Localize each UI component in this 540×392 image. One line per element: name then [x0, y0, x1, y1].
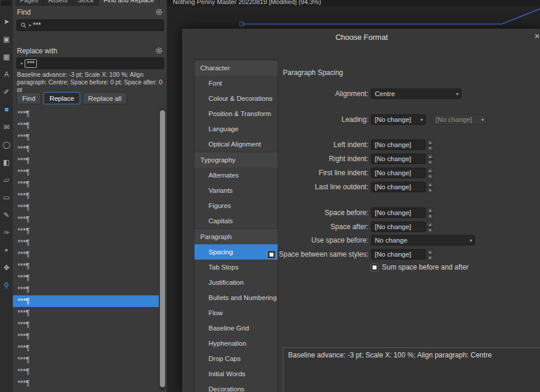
table-tool-icon[interactable]: ▦ — [1, 49, 12, 64]
format-category-item[interactable]: Language — [194, 121, 278, 137]
result-row[interactable]: ***¶ — [13, 190, 159, 202]
find-input[interactable]: ▾ *** — [16, 19, 164, 31]
result-row[interactable]: ***¶ — [13, 377, 159, 389]
replace-options-gear-icon[interactable] — [155, 46, 163, 54]
result-row[interactable]: ***¶ — [13, 120, 159, 131]
format-category-item[interactable]: Decorations — [194, 381, 278, 392]
format-category-item[interactable]: Paragraph — [194, 229, 278, 244]
result-row[interactable]: ***¶ — [13, 248, 159, 260]
format-category-item[interactable]: Spacing — [194, 244, 278, 260]
close-icon[interactable]: ✕ — [534, 32, 540, 40]
active-tool-slot[interactable] — [1, 1, 12, 6]
format-category-item[interactable]: Flow — [194, 305, 278, 321]
stepper-up-icon[interactable]: ▴ — [427, 154, 433, 159]
crop-tool-icon[interactable]: ▭ — [1, 190, 12, 205]
result-row[interactable]: ***¶ — [13, 225, 159, 237]
format-category-item[interactable]: Baseline Grid — [194, 321, 278, 336]
sum-space-checkbox[interactable] — [371, 264, 378, 271]
use-space-before-select[interactable]: No change ▾ — [371, 235, 475, 246]
panel-tab[interactable]: Assets — [43, 0, 73, 6]
colour-swatch-icon[interactable]: ■ — [1, 102, 12, 117]
format-category-item[interactable]: Capitals — [194, 213, 278, 229]
stepper-down-icon[interactable]: ▾ — [427, 227, 433, 233]
space-before-stepper[interactable]: ▴ ▾ — [427, 207, 433, 218]
artistic-text-tool-icon[interactable]: A — [1, 67, 12, 82]
ellipse-tool-icon[interactable]: ◯ — [1, 137, 12, 152]
last-line-outdent-stepper[interactable]: ▴ ▾ — [427, 182, 433, 192]
stepper-down-icon[interactable]: ▾ — [427, 213, 433, 219]
result-row[interactable]: ***¶ — [13, 354, 159, 366]
space-between-same-styles-checkbox[interactable] — [268, 251, 275, 258]
result-row[interactable]: ***¶ — [13, 155, 159, 166]
results-scrollbar[interactable] — [159, 108, 166, 390]
space-after-input[interactable]: [No change] — [371, 221, 426, 232]
result-row[interactable]: ***¶ — [13, 178, 159, 190]
gradient-tool-icon[interactable]: ◧ — [1, 155, 12, 170]
result-row[interactable]: ***¶ — [13, 260, 159, 272]
find-options-gear-icon[interactable] — [155, 8, 163, 15]
space-before-input[interactable]: [No change] — [371, 207, 426, 218]
stepper-up-icon[interactable]: ▴ — [427, 221, 433, 227]
format-category-item[interactable]: Justification — [194, 275, 278, 290]
format-category-item[interactable]: Initial Words — [194, 366, 278, 381]
vector-brush-tool-icon[interactable]: ✐ — [1, 84, 12, 100]
last-line-outdent-input[interactable]: [No change] — [371, 182, 426, 192]
alignment-select[interactable]: Centre ▾ — [371, 88, 462, 99]
result-row[interactable]: ***¶ — [13, 295, 159, 307]
replace-button[interactable]: Replace — [43, 92, 80, 104]
format-category-item[interactable]: Character — [194, 60, 278, 76]
panel-tab[interactable]: Pages — [15, 0, 43, 6]
shape-tool-icon[interactable]: ▱ — [1, 172, 12, 188]
result-row[interactable]: ***¶ — [13, 389, 159, 392]
result-row[interactable]: ***¶ — [13, 131, 159, 143]
result-row[interactable]: ***¶ — [13, 366, 159, 377]
hand-tool-icon[interactable]: ✥ — [1, 260, 12, 275]
format-category-item[interactable]: Variants — [194, 183, 278, 198]
right-indent-stepper[interactable]: ▴ ▾ — [427, 154, 433, 164]
format-category-item[interactable]: Bullets and Numbering — [194, 290, 278, 305]
envelope-tool-icon[interactable]: ✉ — [1, 120, 12, 135]
frame-text-tool-icon[interactable]: ▣ — [1, 32, 12, 47]
replace-all-button[interactable]: Replace all — [83, 92, 128, 104]
result-row[interactable]: ***¶ — [13, 342, 159, 354]
find-button[interactable]: Find — [16, 92, 41, 104]
right-indent-input[interactable]: [No change] — [371, 154, 426, 164]
result-row[interactable]: ***¶ — [13, 319, 159, 330]
pencil-tool-icon[interactable]: ✑ — [1, 225, 12, 240]
space-after-stepper[interactable]: ▴ ▾ — [427, 221, 433, 232]
format-category-item[interactable]: Figures — [194, 198, 278, 213]
result-row[interactable]: ***¶ — [13, 272, 159, 284]
stepper-down-icon[interactable]: ▾ — [427, 188, 433, 193]
result-row[interactable]: ***¶ — [13, 166, 159, 178]
space-between-same-styles-stepper[interactable]: ▴ ▾ — [427, 249, 433, 260]
stepper-up-icon[interactable]: ▴ — [427, 182, 433, 188]
node-tool-icon[interactable]: ⌖ — [1, 243, 12, 258]
stepper-down-icon[interactable]: ▾ — [427, 145, 433, 151]
result-row[interactable]: ***¶ — [13, 307, 159, 319]
format-category-item[interactable]: Colour & Decorations — [194, 91, 278, 106]
stepper-up-icon[interactable]: ▴ — [427, 168, 433, 173]
result-row[interactable]: ***¶ — [13, 143, 159, 155]
pen-tool-icon[interactable]: ✎ — [1, 207, 12, 223]
result-row[interactable]: ***¶ — [13, 108, 159, 120]
stepper-up-icon[interactable]: ▴ — [427, 139, 433, 145]
stepper-down-icon[interactable]: ▾ — [427, 159, 433, 165]
format-category-item[interactable]: Font — [194, 76, 278, 91]
panel-tab[interactable]: Find and Replace — [99, 0, 159, 6]
panel-tab[interactable]: Stock — [73, 0, 99, 6]
result-row[interactable]: ***¶ — [13, 330, 159, 342]
format-category-item[interactable]: Position & Transform — [194, 106, 278, 121]
stepper-up-icon[interactable]: ▴ — [427, 207, 433, 213]
stepper-up-icon[interactable]: ▴ — [427, 249, 433, 255]
result-row[interactable]: ***¶ — [13, 284, 159, 295]
left-indent-stepper[interactable]: ▴ ▾ — [427, 139, 433, 150]
format-category-item[interactable]: Tab Stops — [194, 260, 278, 275]
chevron-down-icon[interactable]: ▾ — [20, 61, 23, 66]
format-category-item[interactable]: Hyphenation — [194, 336, 278, 351]
stepper-down-icon[interactable]: ▾ — [427, 173, 433, 179]
left-indent-input[interactable]: [No change] — [371, 139, 426, 150]
scrollbar-thumb[interactable] — [160, 110, 165, 387]
stepper-down-icon[interactable]: ▾ — [427, 255, 433, 261]
first-line-indent-input[interactable]: [No change] — [371, 168, 426, 178]
result-row[interactable]: ***¶ — [13, 213, 159, 225]
